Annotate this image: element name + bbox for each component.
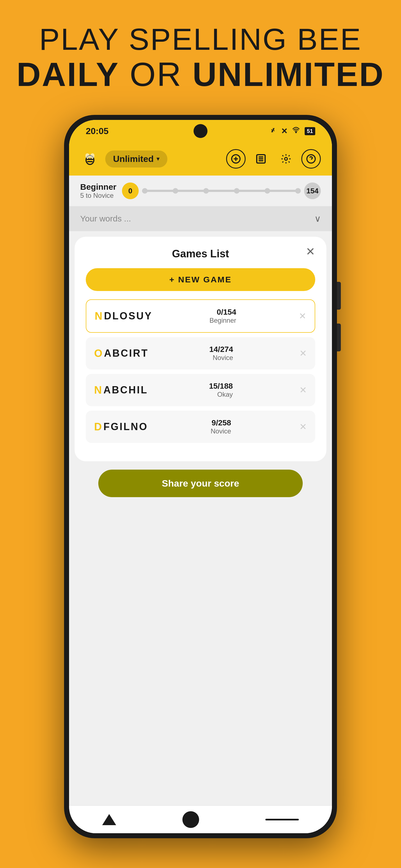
game-item-4[interactable]: DFGILNO 9/258 Novice ✕ [86,411,315,443]
progress-dots [142,188,301,194]
svg-point-8 [90,158,92,159]
svg-point-0 [295,132,296,132]
phone-device: 20:05 ✕ [64,115,337,838]
game-letters-2: OABCIRT [94,347,149,360]
rest-letters-2: ABCIRT [104,347,149,359]
game-item-1[interactable]: NDLOSUY 0/154 Beginner ✕ [86,299,315,333]
your-words-bar[interactable]: Your words ... ∨ [69,206,332,231]
back-icon [102,814,116,825]
x-icon: ✕ [281,127,287,136]
game-score-4: 9/258 [211,418,231,427]
your-words-placeholder: Your words ... [80,214,131,223]
game-score-1: 0/154 [209,308,236,317]
status-time: 20:05 [86,126,109,136]
prog-dot-3 [203,188,209,194]
svg-rect-4 [87,161,93,162]
status-icons: ✕ 51 [269,127,315,136]
settings-button[interactable] [276,149,296,168]
prog-dot-5 [264,188,270,194]
games-list-panel: Games List ✕ + NEW GAME NDLOSUY 0/154 Be… [75,237,326,461]
battery-icon: 51 [305,127,315,135]
nav-back[interactable] [102,814,116,825]
highlight-letter-3: N [94,384,103,396]
level-info: Beginner 5 to Novice [80,182,116,199]
camera-notch [194,124,207,138]
game-score-2: 14/274 [209,345,233,354]
progress-area: Beginner 5 to Novice 0 [69,176,332,206]
header-line2: DAILY OR UNLIMITED [0,56,401,93]
game-score-3: 15/188 [209,382,233,391]
rest-letters-1: DLOSUY [104,310,152,322]
bee-logo[interactable] [80,149,100,168]
game-info-4: 9/258 Novice [211,418,231,435]
phone-wrapper: 20:05 ✕ [0,115,401,838]
games-list-title: Games List [86,248,315,260]
level-sub: 5 to Novice [80,192,116,199]
highlight-letter-2: O [94,347,104,360]
home-icon [182,811,199,828]
list-button[interactable] [251,149,271,168]
header-or: OR [119,56,193,93]
max-score: 154 [304,183,321,199]
app-toolbar: Unlimited ▾ [69,142,332,176]
nav-home[interactable] [182,811,199,828]
remove-game-4[interactable]: ✕ [299,422,307,432]
svg-point-16 [285,157,287,160]
add-button[interactable] [226,149,246,168]
new-game-button[interactable]: + NEW GAME [86,268,315,291]
phone-screen: 20:05 ✕ [69,120,332,833]
game-letters-4: DFGILNO [94,421,148,433]
header-line1: PLAY SPELLING BEE [0,22,401,56]
game-level-3: Okay [209,391,233,398]
game-letters-3: NABCHIL [94,384,148,396]
prog-dot-2 [173,188,178,194]
recent-icon [265,819,299,820]
prog-dot-1 [142,188,148,194]
chevron-down-icon: ▾ [156,155,160,162]
game-info-1: 0/154 Beginner [209,308,236,324]
header-bold1: DAILY [17,56,119,93]
your-words-chevron-icon: ∨ [314,213,321,224]
svg-point-7 [88,158,89,159]
status-bar: 20:05 ✕ [69,120,332,142]
game-info-2: 14/274 Novice [209,345,233,362]
bluetooth-icon [269,127,277,136]
remove-game-1[interactable]: ✕ [299,311,306,321]
bottom-nav-bar [69,805,332,833]
wifi-icon [292,127,300,136]
mode-selector[interactable]: Unlimited ▾ [105,151,167,167]
remove-game-3[interactable]: ✕ [299,385,307,395]
level-name: Beginner [80,182,116,192]
progress-track [142,190,301,192]
header-bold2: UNLIMITED [193,56,384,93]
game-level-1: Beginner [209,317,236,324]
share-score-button[interactable]: Share your score [98,470,303,497]
game-item-3[interactable]: NABCHIL 15/188 Okay ✕ [86,374,315,406]
help-button[interactable] [301,149,321,168]
current-score: 0 [122,183,139,199]
prog-dot-4 [234,188,239,194]
progress-bar-container: 0 154 [122,183,321,199]
mode-text: Unlimited [113,154,154,164]
nav-recent[interactable] [265,819,299,820]
header-area: PLAY SPELLING BEE DAILY OR UNLIMITED [0,0,401,109]
prog-dot-6 [295,188,301,194]
game-item-2[interactable]: OABCIRT 14/274 Novice ✕ [86,337,315,369]
game-level-2: Novice [209,354,233,362]
close-button[interactable]: ✕ [306,245,315,258]
rest-letters-3: ABCHIL [103,384,148,396]
remove-game-2[interactable]: ✕ [299,348,307,359]
svg-rect-3 [87,159,93,160]
game-level-4: Novice [211,427,231,435]
game-letters-1: NDLOSUY [95,310,152,322]
rest-letters-4: FGILNO [103,421,148,433]
share-area: Share your score [69,461,332,505]
highlight-letter-1: N [95,310,103,322]
new-game-text: + NEW GAME [169,275,232,284]
game-info-3: 15/188 Okay [209,382,233,398]
highlight-letter-4: D [94,421,103,433]
